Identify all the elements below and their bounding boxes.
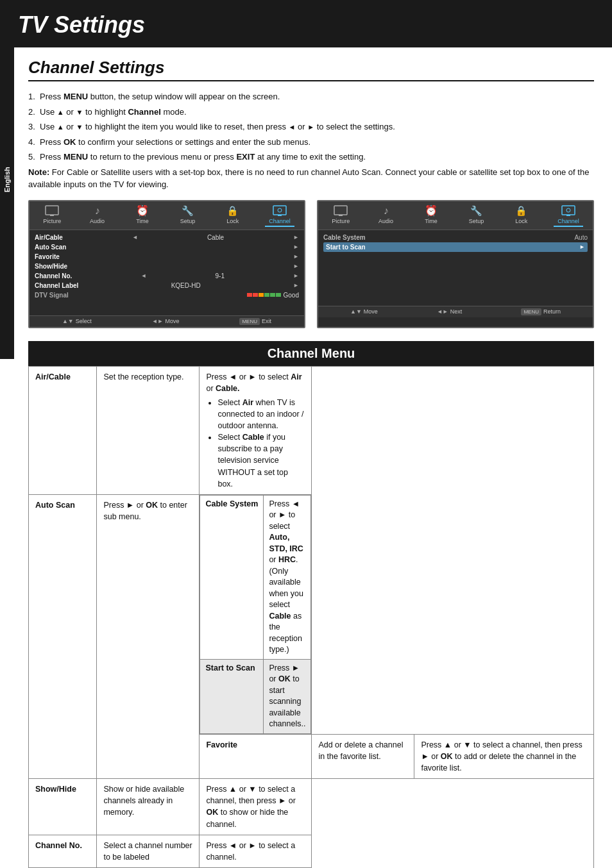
instructions: 1. Press MENU button, the setup window w… <box>28 90 594 191</box>
row-detail-showhide: Press ▲ or ▼ to select a channel, then p… <box>200 779 312 835</box>
row-desc-favorite: Add or delete a channel in the favorite … <box>312 734 414 778</box>
rtab-audio: ♪ Audio <box>373 204 399 227</box>
menu-right-tabs: Picture ♪ Audio ⏰ Time 🔧 Setup <box>318 201 593 230</box>
section-title: Channel Settings <box>28 58 594 81</box>
row-desc-channelno: Select a channel number to be labeled <box>97 835 200 867</box>
screenshots-row: Picture ♪ Audio ⏰ Time 🔧 Setup <box>28 200 594 328</box>
menu-row-favorite: Favorite ► <box>35 252 299 262</box>
footer-exit: MENU Exit <box>239 318 271 325</box>
rfooter-return: MENU Return <box>521 308 561 315</box>
svg-rect-6 <box>339 215 343 216</box>
menu-row-dtvsignal: DTV Signal Good <box>35 290 299 300</box>
table-row-autoscan: Auto Scan Press ► or OK to enter sub men… <box>29 494 594 734</box>
row-desc-autoscan: Press ► or OK to enter sub menu. <box>97 494 200 778</box>
row-header-autoscan: Auto Scan <box>29 494 97 778</box>
tab-setup-label: Setup <box>180 218 196 224</box>
row-header-aircable: Air/Cable <box>29 366 97 494</box>
instruction-1: 1. Press MENU button, the setup window w… <box>28 90 594 103</box>
footer-select: ▲▼ Select <box>62 318 92 325</box>
row-detail-channelno: Press ◄ or ► to select a channel. <box>200 835 312 867</box>
row-detail-favorite: Press ▲ or ▼ to select a channel, then p… <box>414 734 594 778</box>
page: English TV Settings Channel Settings 1. … <box>0 0 612 868</box>
footer-move: ◄► Move <box>152 318 180 325</box>
page-title: TV Settings <box>18 12 594 38</box>
rtab-channel: Channel <box>554 204 583 227</box>
tab-time-label: Time <box>136 218 149 224</box>
svg-rect-7 <box>562 206 575 215</box>
svg-point-9 <box>566 208 570 212</box>
screenshot-right: Picture ♪ Audio ⏰ Time 🔧 Setup <box>317 200 594 328</box>
row-header-favorite: Favorite <box>200 734 312 778</box>
inner-detail-startscan: Press ► or OK to start scanning availabl… <box>264 659 311 733</box>
rfooter-move: ▲▼ Move <box>350 308 378 315</box>
svg-rect-3 <box>278 215 282 216</box>
inner-label-startscan: Start to Scan <box>200 659 264 733</box>
tab-audio-label: Audio <box>90 218 105 224</box>
row-desc-showhide: Show or hide available channels already … <box>97 779 200 835</box>
menu-right-footer: ▲▼ Move ◄► Next MENU Return <box>318 306 593 317</box>
inner-label-cablesystem: Cable System <box>200 495 264 659</box>
svg-rect-1 <box>50 215 54 216</box>
instruction-3: 3. Use ▲ or ▼ to highlight the item you … <box>28 121 594 133</box>
inner-table-autoscan: Cable System Press ◄ or ► to select Auto… <box>200 495 311 734</box>
row-header-channelno: Channel No. <box>29 835 97 867</box>
menu-left-tabs: Picture ♪ Audio ⏰ Time 🔧 Setup <box>30 201 304 230</box>
menu-left-body: Air/Cable ◄ Cable ► Auto Scan ► Favorite… <box>30 230 304 315</box>
tab-picture: Picture <box>39 204 65 227</box>
row-desc-aircable: Set the reception type. <box>97 366 200 494</box>
tab-setup: 🔧 Setup <box>174 204 200 227</box>
menu-row-channellabel: Channel Label KQED-HD ► <box>35 281 299 290</box>
rtab-lock: 🔒 Lock <box>509 204 534 227</box>
tab-audio: ♪ Audio <box>85 204 110 227</box>
tab-time: ⏰ Time <box>130 204 155 227</box>
menu-row-channelno: Channel No. ◄ 9-1 ► <box>35 271 299 281</box>
tab-channel-label: Channel <box>269 218 291 224</box>
menu-left-footer: ▲▼ Select ◄► Move MENU Exit <box>30 315 304 327</box>
menu-row-showhide: Show/Hide ► <box>35 262 299 271</box>
channel-menu-section: Channel Menu Air/Cable Set the reception… <box>28 341 594 869</box>
table-row-channelno: Channel No. Select a channel number to b… <box>29 835 594 867</box>
menu-row-cablesystem: Cable System Auto <box>323 233 588 242</box>
menu-right-body: Cable System Auto Start to Scan ► <box>318 230 593 306</box>
table-row-aircable: Air/Cable Set the reception type. Press … <box>29 366 594 494</box>
table-row-showhide: Show/Hide Show or hide available channel… <box>29 779 594 835</box>
svg-rect-8 <box>566 215 570 216</box>
menu-row-startscan: Start to Scan ► <box>323 242 588 252</box>
row-header-showhide: Show/Hide <box>29 779 97 835</box>
inner-detail-cablesystem: Press ◄ or ► to select Auto, STD, IRC or… <box>264 495 311 659</box>
tab-lock-label: Lock <box>226 218 239 224</box>
row-detail-autoscan: Cable System Press ◄ or ► to select Auto… <box>200 494 312 734</box>
svg-point-4 <box>278 208 282 212</box>
side-label: English <box>0 0 14 359</box>
instruction-2: 2. Use ▲ or ▼ to highlight Channel mode. <box>28 106 594 119</box>
rtab-picture: Picture <box>328 204 353 227</box>
content-area: Channel Settings 1. Press MENU button, t… <box>0 47 612 868</box>
svg-rect-2 <box>273 206 286 215</box>
menu-row-autoscan: Auto Scan ► <box>35 242 299 252</box>
rtab-time: ⏰ Time <box>418 204 444 227</box>
note-text: Note: For Cable or Satellite users with … <box>28 166 594 191</box>
tab-picture-label: Picture <box>43 218 61 224</box>
tab-channel: Channel <box>265 204 294 227</box>
svg-rect-0 <box>46 206 58 215</box>
channel-menu-title: Channel Menu <box>28 341 594 366</box>
inner-row-startscan: Start to Scan Press ► or OK to start sca… <box>200 659 311 733</box>
screenshot-left: Picture ♪ Audio ⏰ Time 🔧 Setup <box>28 200 305 328</box>
channel-table: Air/Cable Set the reception type. Press … <box>28 366 594 869</box>
page-header: TV Settings <box>0 0 612 47</box>
svg-rect-5 <box>334 206 347 215</box>
instruction-5: 5. Press MENU to return to the previous … <box>28 151 594 163</box>
inner-row-cablesystem: Cable System Press ◄ or ► to select Auto… <box>200 495 311 659</box>
menu-row-aircable: Air/Cable ◄ Cable ► <box>35 233 299 242</box>
row-detail-aircable: Press ◄ or ► to select Air or Cable. Sel… <box>200 366 312 494</box>
rtab-setup: 🔧 Setup <box>463 204 489 227</box>
instruction-4: 4. Press OK to confirm your selections o… <box>28 136 594 149</box>
tab-lock: 🔒 Lock <box>220 204 246 227</box>
rfooter-next: ◄► Next <box>437 308 462 315</box>
